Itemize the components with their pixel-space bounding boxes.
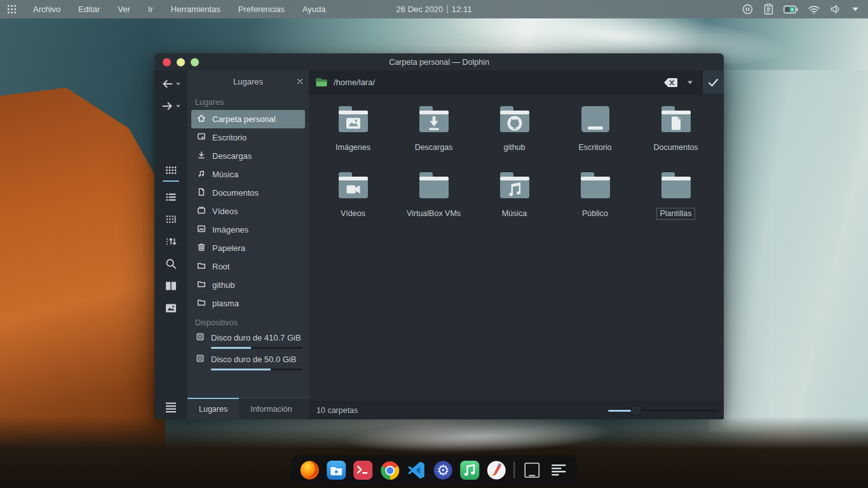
place-documentos[interactable]: Documentos [191, 184, 305, 202]
preview-button[interactable] [164, 301, 178, 315]
drive-icon [195, 332, 205, 344]
dock-music-app-icon[interactable] [459, 459, 480, 481]
place-label: Root [212, 262, 229, 271]
path-text[interactable]: /home/lara/ [334, 78, 375, 87]
dock-task-list-icon[interactable] [548, 459, 569, 481]
folder-icon [497, 104, 532, 139]
accept-location-button[interactable] [703, 71, 724, 94]
minimize-button[interactable] [177, 58, 185, 66]
menu-preferencias[interactable]: Preferencias [229, 0, 294, 18]
menu-herramientas[interactable]: Herramientas [162, 0, 229, 18]
folder-icon [497, 170, 532, 205]
app-grid-icon[interactable] [0, 4, 24, 15]
hamburger-menu-icon[interactable] [154, 402, 187, 413]
list-view-button[interactable] [164, 190, 178, 204]
panel-header[interactable]: Lugares [187, 71, 309, 92]
zoom-slider-handle[interactable] [631, 405, 642, 416]
place-escritorio[interactable]: Escritorio [191, 128, 305, 147]
folder-icon [336, 170, 371, 205]
wifi-icon[interactable] [808, 4, 820, 15]
place-videos[interactable]: Vídeos [191, 202, 305, 220]
chevron-down-icon[interactable] [851, 6, 859, 12]
file-imagenes[interactable]: Imágenes [313, 101, 393, 167]
battery-charging-icon[interactable] [783, 5, 798, 14]
section-dispositivos: Dispositivos [195, 318, 301, 327]
toolbar-strip [154, 71, 187, 419]
location-bar[interactable]: /home/lara/ [309, 71, 724, 95]
dock: ⚙ [291, 455, 577, 485]
place-papelera[interactable]: Papelera [191, 239, 305, 257]
place-label: Escritorio [212, 133, 247, 142]
dock-vscode-icon[interactable] [405, 459, 427, 481]
split-view-button[interactable] [164, 279, 178, 293]
place-label: Imágenes [212, 225, 248, 234]
clock[interactable]: 26 Dec 2020 12:11 [397, 4, 472, 14]
device-disco-duro-de-410-7-gib[interactable]: Disco duro de 410.7 GiB [195, 332, 302, 349]
file-label: VirtualBox VMs [403, 208, 464, 220]
file-github[interactable]: github [474, 101, 555, 167]
device-disco-duro-de-50-0-gib[interactable]: Disco duro de 50.0 GiB [195, 353, 302, 370]
dock-chrome-icon[interactable] [379, 459, 400, 481]
zoom-slider[interactable] [608, 402, 716, 419]
forward-button[interactable] [154, 101, 187, 111]
menu-ayuda[interactable]: Ayuda [294, 0, 335, 18]
titlebar[interactable]: Carpeta personal — Dolphin [154, 53, 724, 71]
media-pause-icon[interactable] [742, 3, 754, 15]
chevron-down-icon[interactable] [687, 80, 693, 85]
menu-archivo[interactable]: Archivo [24, 0, 69, 18]
menu-ir[interactable]: Ir [139, 0, 162, 18]
file-plantillas[interactable]: Plantillas [635, 167, 716, 233]
place-root[interactable]: Root [191, 257, 305, 276]
dock-show-desktop-icon[interactable] [521, 459, 543, 481]
close-button[interactable] [163, 58, 171, 66]
maximize-button[interactable] [191, 58, 199, 66]
place-label: Música [212, 170, 238, 179]
dock-system-settings-icon[interactable]: ⚙ [432, 459, 454, 481]
file-grid: ImágenesDescargasgithubEscritorioDocumen… [309, 95, 724, 401]
side-tab-lugares[interactable]: Lugares [187, 398, 239, 419]
device-usage-track [211, 369, 302, 370]
dock-firefox-icon[interactable] [299, 459, 320, 481]
desktop-folder-icon [578, 104, 613, 139]
side-tab-informacion[interactable]: Información [239, 398, 303, 419]
compact-view-button[interactable] [164, 212, 178, 226]
file-documentos[interactable]: Documentos [635, 101, 716, 167]
drive-icon [195, 353, 205, 365]
icons-view-button[interactable] [163, 163, 179, 182]
menu-editar[interactable]: Editar [69, 0, 109, 18]
place-plasma[interactable]: plasma [191, 294, 305, 313]
file-descargas[interactable]: Descargas [393, 101, 474, 167]
file-label: Música [499, 208, 531, 220]
file-videos[interactable]: Vídeos [313, 167, 393, 233]
volume-icon[interactable] [830, 4, 842, 15]
statusbar: 10 carpetas [309, 401, 724, 419]
place-descargas[interactable]: Descargas [191, 147, 305, 165]
file-virtualbox-vms[interactable]: VirtualBox VMs [393, 167, 474, 233]
clock-separator [447, 5, 448, 13]
wallpaper-foam-right [709, 70, 868, 432]
folder-view: /home/lara/ ImágenesDescargasgithubEscri… [309, 71, 724, 419]
dock-konsole-icon[interactable] [352, 459, 374, 481]
file-musica[interactable]: Música [474, 167, 555, 233]
clear-text-icon[interactable] [663, 78, 678, 88]
close-icon[interactable] [297, 78, 303, 85]
clock-date: 26 Dec 2020 [397, 4, 444, 14]
dock-dolphin-icon[interactable] [325, 459, 347, 481]
file-escritorio[interactable]: Escritorio [555, 101, 635, 167]
places-panel: Lugares LugaresCarpeta personalEscritori… [187, 71, 309, 419]
place-github[interactable]: github [191, 276, 305, 294]
place-imagenes[interactable]: Imágenes [191, 220, 305, 239]
back-button[interactable] [154, 79, 187, 89]
file-label: Público [579, 208, 611, 220]
file-label: Documentos [650, 142, 701, 154]
dock-paint-app-icon[interactable] [485, 459, 507, 481]
clipboard-icon[interactable] [763, 3, 774, 15]
place-carpeta-personal[interactable]: Carpeta personal [191, 110, 305, 128]
file-publico[interactable]: Público [555, 167, 635, 233]
chevron-down-icon [175, 82, 181, 86]
place-label: plasma [212, 299, 239, 308]
place-musica[interactable]: Música [191, 165, 305, 184]
menu-ver[interactable]: Ver [109, 0, 139, 18]
sort-button[interactable] [164, 234, 178, 248]
search-button[interactable] [164, 257, 178, 271]
